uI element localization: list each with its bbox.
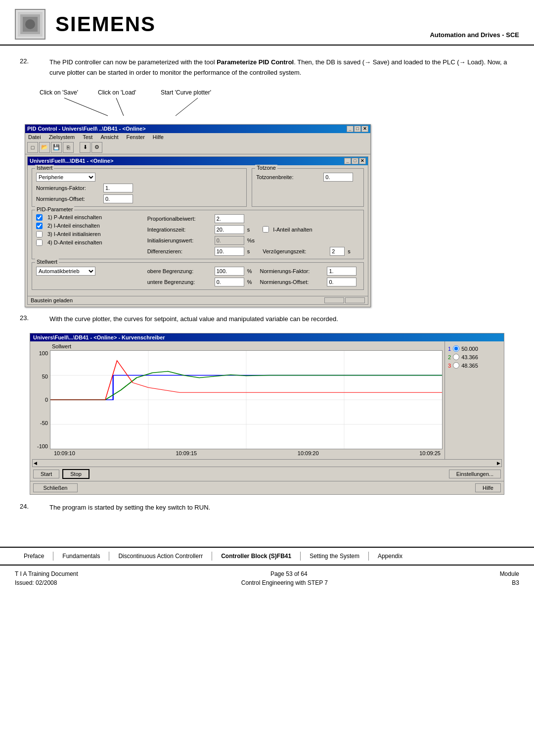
curve-plot-container: Sollwert 100 50 0 -50 -100 bbox=[30, 341, 445, 459]
step-22-text: The PID controller can now be parameteri… bbox=[49, 57, 514, 78]
footer-page: Page 53 of 64 bbox=[270, 570, 308, 577]
statusbar-right bbox=[324, 297, 365, 303]
proportional-input[interactable] bbox=[215, 214, 244, 223]
toolbar-open[interactable]: 📂 bbox=[39, 142, 50, 153]
schliessen-button[interactable]: Schließen bbox=[33, 483, 78, 492]
y-neg50: -50 bbox=[40, 420, 48, 426]
nav-fundamentals[interactable]: Fundamentals bbox=[53, 553, 109, 560]
curve-plotter-window: Univers\Fuell\...\DB41 - <Online> - Kurv… bbox=[30, 333, 504, 495]
chart-area bbox=[50, 350, 443, 449]
x-label-4: 10:09:25 bbox=[419, 450, 441, 456]
check1-checkbox[interactable] bbox=[36, 214, 43, 221]
curve-plotter-body: Sollwert 100 50 0 -50 -100 bbox=[30, 341, 504, 459]
einstellungen-button[interactable]: Einstellungen... bbox=[449, 470, 501, 478]
peripherie-select[interactable]: Peripherie bbox=[36, 173, 95, 182]
i-anteil-label: I-Anteil anhalten bbox=[273, 227, 312, 233]
pid-inner-window: Univers\Fuell\...\DB41 - <Online> _ □ ✕ … bbox=[27, 156, 368, 305]
curve-scrollbar[interactable]: ◀ ▶ bbox=[32, 459, 502, 467]
obere-row: obere Begrenzung: % Normierungs-Faktor: bbox=[147, 267, 359, 276]
y-100: 100 bbox=[39, 350, 48, 356]
istwert-group: Istwert Peripherie Normierungs-Faktor: bbox=[32, 168, 247, 207]
nav-preface[interactable]: Preface bbox=[15, 553, 53, 560]
menu-datei[interactable]: Datei bbox=[28, 134, 41, 140]
nav-discontinuous[interactable]: Discontinuous Action Controllerr bbox=[109, 553, 212, 560]
menu-ansicht[interactable]: Ansicht bbox=[100, 134, 118, 140]
norm-faktor2-input[interactable] bbox=[327, 267, 356, 276]
footer-module-top: Module bbox=[500, 570, 519, 577]
start-button[interactable]: Start bbox=[33, 470, 59, 478]
automatik-select[interactable]: Automatikbetrieb bbox=[36, 267, 95, 276]
i-anteil-checkbox[interactable] bbox=[263, 226, 269, 233]
obere-unit: % bbox=[247, 268, 252, 274]
val1-radio[interactable] bbox=[453, 345, 459, 352]
x-label-2: 10:09:15 bbox=[176, 450, 197, 456]
svg-line-4 bbox=[64, 98, 108, 116]
val2-radio[interactable] bbox=[453, 354, 459, 360]
check4-checkbox[interactable] bbox=[36, 239, 43, 246]
toolbar-copy[interactable]: ⎘ bbox=[63, 142, 74, 153]
menu-test[interactable]: Test bbox=[83, 134, 92, 140]
nav-appendix[interactable]: Appendix bbox=[369, 553, 411, 560]
menu-hilfe[interactable]: Hilfe bbox=[153, 134, 164, 140]
normierungs-faktor-input[interactable] bbox=[103, 184, 133, 192]
header-subtitle: Automation and Drives - SCE bbox=[430, 31, 519, 40]
normierungs-offset-input[interactable] bbox=[103, 194, 133, 203]
totzonenbreite-input[interactable] bbox=[323, 173, 353, 182]
obere-input[interactable] bbox=[215, 267, 244, 276]
proportional-row: Proportionalbeiwert: bbox=[147, 214, 359, 223]
untere-input[interactable] bbox=[215, 278, 244, 286]
svg-line-5 bbox=[116, 98, 124, 116]
totzonenbreite-label: Totzonenbreite: bbox=[256, 174, 320, 180]
normierungs-faktor-label: Normierungs-Faktor: bbox=[36, 185, 100, 191]
inner-minimize-btn[interactable]: _ bbox=[344, 158, 351, 164]
check2-checkbox[interactable] bbox=[36, 223, 43, 229]
inner-close-btn[interactable]: ✕ bbox=[359, 158, 366, 164]
norm-offset2-input[interactable] bbox=[327, 278, 356, 286]
nav-setting-system[interactable]: Setting the System bbox=[301, 553, 368, 560]
integrations-label: Integrationszeit: bbox=[147, 227, 212, 233]
logo-image bbox=[15, 9, 45, 40]
val3-value: 48.365 bbox=[461, 363, 478, 369]
check3-checkbox[interactable] bbox=[36, 231, 43, 237]
window-controls[interactable]: _ □ ✕ bbox=[347, 126, 368, 132]
hilfe-button[interactable]: Hilfe bbox=[475, 483, 501, 492]
page-footer: T I A Training Document Page 53 of 64 Mo… bbox=[0, 566, 534, 591]
inner-window-controls[interactable]: _ □ ✕ bbox=[344, 158, 366, 164]
curve-right-panel: 1 50.000 2 43.366 3 48.365 bbox=[445, 341, 504, 459]
scrollbar-left-arrow[interactable]: ◀ bbox=[34, 461, 37, 466]
stop-button[interactable]: Stop bbox=[62, 469, 89, 479]
pid-param-group: PID-Parameter 1) P-Anteil einschalten 2)… bbox=[32, 210, 364, 259]
nav-controller-block[interactable]: Controller Block (S)FB41 bbox=[212, 553, 300, 560]
menu-zielsystem[interactable]: Zielsystem bbox=[49, 134, 75, 140]
footer-control: Control Engineering with STEP 7 bbox=[241, 579, 328, 586]
bottom-navigation: Preface Fundamentals Discontinuous Actio… bbox=[0, 547, 534, 566]
menu-fenster[interactable]: Fenster bbox=[127, 134, 145, 140]
pid-inner-titlebar: Univers\Fuell\...\DB41 - <Online> _ □ ✕ bbox=[28, 157, 368, 165]
x-axis-labels: 10:09:10 10:09:15 10:09:20 10:09:25 bbox=[52, 449, 443, 457]
toolbar-load[interactable]: ⬇ bbox=[80, 142, 90, 153]
val3-radio[interactable] bbox=[453, 362, 459, 369]
toolbar-new[interactable]: □ bbox=[27, 142, 38, 153]
differenz-input[interactable] bbox=[215, 247, 244, 256]
initialisierungswert-input[interactable] bbox=[215, 236, 244, 245]
integrations-input[interactable] bbox=[215, 225, 244, 234]
toolbar-save[interactable]: 💾 bbox=[51, 142, 62, 153]
toolbar-extra[interactable]: ⚙ bbox=[91, 142, 102, 153]
minimize-btn[interactable]: _ bbox=[347, 126, 354, 132]
normierungs-faktor-row: Normierungs-Faktor: bbox=[36, 184, 242, 192]
close-btn[interactable]: ✕ bbox=[361, 126, 368, 132]
verzoegerung-input[interactable] bbox=[330, 247, 345, 256]
check3-row: 3) I-Anteil initialisieren bbox=[36, 231, 142, 237]
maximize-btn[interactable]: □ bbox=[354, 126, 361, 132]
check1-label: 1) P-Anteil einschalten bbox=[47, 214, 102, 220]
chart-svg bbox=[50, 351, 442, 449]
inner-maximize-btn[interactable]: □ bbox=[352, 158, 358, 164]
val2-value: 43.366 bbox=[461, 354, 478, 360]
check3-label: 3) I-Anteil initialisieren bbox=[47, 231, 101, 237]
page-header: SIEMENS Automation and Drives - SCE bbox=[0, 0, 534, 46]
svg-point-3 bbox=[25, 19, 35, 29]
scrollbar-right-arrow[interactable]: ▶ bbox=[497, 461, 500, 466]
y-0: 0 bbox=[45, 397, 48, 403]
footer-row-2: Issued: 02/2008 Control Engineering with… bbox=[15, 579, 519, 586]
step-23-number: 23. bbox=[20, 314, 49, 325]
